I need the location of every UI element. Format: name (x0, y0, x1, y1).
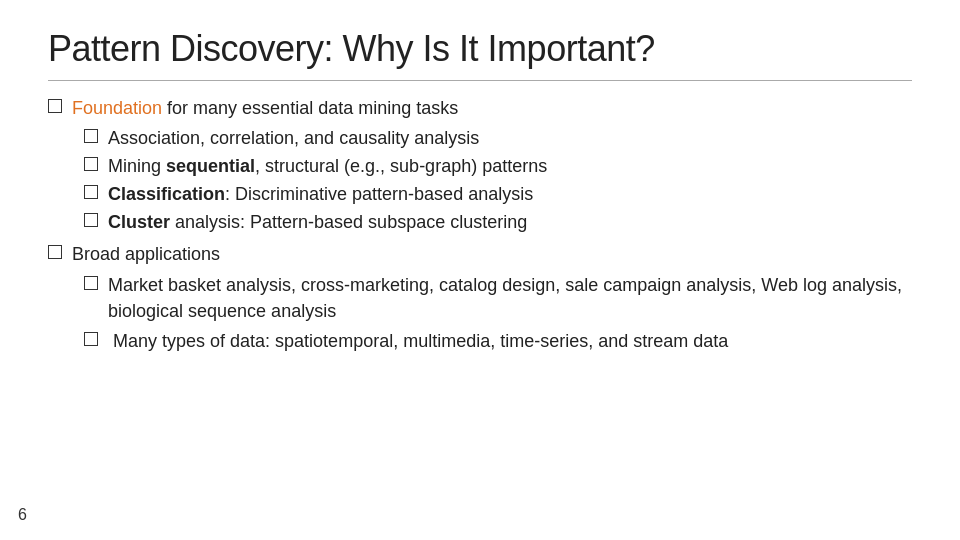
checkbox-classification (84, 185, 98, 199)
broad-text: Broad applications (72, 241, 912, 267)
market-text: Market basket analysis, cross-marketing,… (108, 272, 912, 324)
many-types-text: Many types of data: spatiotemporal, mult… (108, 328, 912, 354)
checkbox-many-types (84, 332, 98, 346)
foundation-text: Foundation for many essential data minin… (72, 95, 912, 121)
bullet-cluster: Cluster analysis: Pattern-based subspace… (84, 209, 912, 235)
bullet-many-types: Many types of data: spatiotemporal, mult… (84, 328, 912, 354)
title-divider (48, 80, 912, 81)
cluster-text: Cluster analysis: Pattern-based subspace… (108, 209, 912, 235)
checkbox-association (84, 129, 98, 143)
bullet-foundation: Foundation for many essential data minin… (48, 95, 912, 121)
bullet-mining: Mining sequential, structural (e.g., sub… (84, 153, 912, 179)
classification-text: Classification: Discriminative pattern-b… (108, 181, 912, 207)
checkbox-foundation (48, 99, 62, 113)
classification-bold: Classification (108, 184, 225, 204)
checkbox-mining (84, 157, 98, 171)
sequential-bold: sequential (166, 156, 255, 176)
bullet-association: Association, correlation, and causality … (84, 125, 912, 151)
checkbox-market (84, 276, 98, 290)
slide-title: Pattern Discovery: Why Is It Important? (48, 28, 912, 70)
content-area: Foundation for many essential data minin… (48, 95, 912, 354)
foundation-highlight: Foundation (72, 98, 162, 118)
bullet-market: Market basket analysis, cross-marketing,… (84, 272, 912, 324)
association-text: Association, correlation, and causality … (108, 125, 912, 151)
slide: Pattern Discovery: Why Is It Important? … (0, 0, 960, 540)
cluster-bold: Cluster (108, 212, 170, 232)
checkbox-cluster (84, 213, 98, 227)
mining-text: Mining sequential, structural (e.g., sub… (108, 153, 912, 179)
bullet-broad: Broad applications (48, 241, 912, 267)
page-number: 6 (18, 506, 27, 524)
checkbox-broad (48, 245, 62, 259)
bullet-classification: Classification: Discriminative pattern-b… (84, 181, 912, 207)
